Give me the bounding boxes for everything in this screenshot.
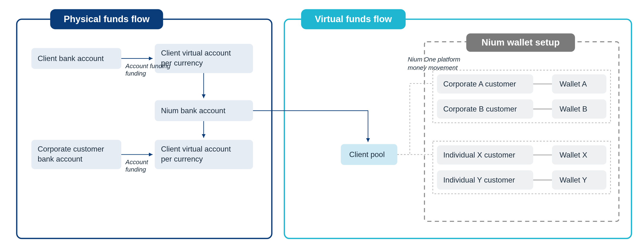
wallet-setup-title: Nium wallet setup <box>482 37 560 47</box>
customer: Individual X customer <box>443 151 515 159</box>
svg-text:Account: Account <box>125 158 149 166</box>
svg-rect-14 <box>284 19 632 239</box>
label: Nium bank account <box>161 106 226 115</box>
label-l1: Client virtual account <box>161 49 231 57</box>
link-pool-to-corporate <box>397 84 433 155</box>
svg-text:funding: funding <box>126 166 146 173</box>
customer: Corporate B customer <box>443 105 517 113</box>
label: Client pool <box>349 150 385 159</box>
wallet: Wallet Y <box>560 176 587 184</box>
edge-nium-to-client-pool <box>253 111 368 142</box>
virtual-title: Virtual funds flow <box>315 14 392 24</box>
svg-text:funding: funding <box>126 70 146 77</box>
svg-text:Client virtual account: Client virtual account <box>161 145 231 153</box>
customer: Corporate A customer <box>443 80 516 88</box>
wallet-row-1: Corporate B customer Wallet B <box>437 99 606 119</box>
note-l1: Nium One platform <box>408 56 460 63</box>
customer: Individual Y customer <box>443 176 515 184</box>
label-l1: Corporate customer <box>38 145 104 153</box>
label: Client bank account <box>38 54 104 63</box>
svg-text:Client virtual account: Client virtual account <box>161 49 231 57</box>
wallet-row-3: Individual Y customer Wallet Y <box>437 170 606 190</box>
funds-flow-diagram: Physical funds flow Client bank account … <box>0 0 644 244</box>
node-client-virtual-bottom: Client virtual account per currency <box>154 140 253 169</box>
node-client-pool: Client pool <box>341 144 397 165</box>
node-client-bank: Client bank account <box>31 48 121 69</box>
wallet: Wallet A <box>560 80 587 88</box>
node-nium-bank: Nium bank account <box>154 100 253 121</box>
label-l2: bank account <box>38 155 82 163</box>
virtual-panel: Virtual funds flow Client pool Nium One … <box>284 9 632 239</box>
wallet-row-2: Individual X customer Wallet X <box>437 145 606 165</box>
node-corporate-bank: Corporate customer bank account <box>31 140 121 169</box>
physical-panel: Physical funds flow Client bank account … <box>17 9 272 239</box>
wallet: Wallet B <box>560 105 587 113</box>
edge-label-1: Account funding <box>125 62 170 70</box>
svg-text:per currency: per currency <box>161 155 203 163</box>
physical-title: Physical funds flow <box>64 14 150 24</box>
wallet-row-0: Corporate A customer Wallet A <box>437 74 606 94</box>
wallet: Wallet X <box>560 151 587 159</box>
